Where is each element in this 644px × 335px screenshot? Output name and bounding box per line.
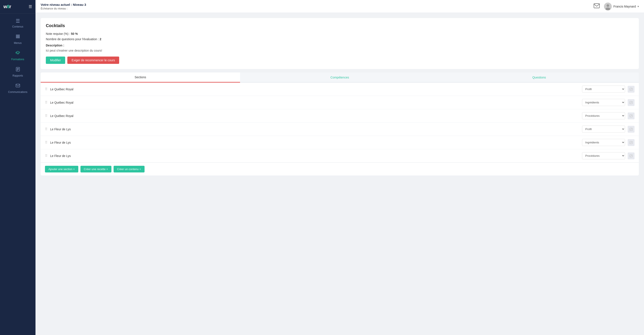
drag-icon: ⠿ xyxy=(45,140,48,144)
svg-point-10 xyxy=(606,4,609,7)
header-deadline: Échéance du niveau : xyxy=(41,7,86,10)
header-right: Francis Maynard ▾ xyxy=(594,2,639,10)
section-type-select[interactable]: ProfilIngrédientsProcédures xyxy=(582,152,625,159)
table-row: ⠿ Le Québec Royal ProfilIngrédientsProcé… xyxy=(41,82,639,96)
table-row: ⠿ Le Fleur de Lys ProfilIngrédientsProcé… xyxy=(41,149,639,162)
create-recipe-button[interactable]: Créer une recette + xyxy=(80,166,112,172)
header: Votre niveau actuel : Niveau 3 Échéance … xyxy=(36,0,644,13)
note-value: 50 % xyxy=(71,32,78,36)
svg-rect-6 xyxy=(17,70,18,70)
section-edit-button[interactable] xyxy=(628,152,634,159)
section-edit-button[interactable] xyxy=(628,99,634,106)
section-name: Le Québec Royal xyxy=(50,88,580,91)
section-edit-button[interactable] xyxy=(628,112,634,119)
logo-text: w8r xyxy=(4,4,11,10)
sidebar-nav: ☰ Contenus Menus Formations xyxy=(0,15,36,96)
svg-rect-1 xyxy=(16,36,20,37)
recommencer-button[interactable]: Exiger de recommencer le cours xyxy=(67,56,120,64)
sidebar-item-label: Rapports xyxy=(12,74,23,77)
sections-list: ⠿ Le Québec Royal ProfilIngrédientsProcé… xyxy=(41,82,639,162)
section-edit-button[interactable] xyxy=(628,139,634,146)
questions-value: 2 xyxy=(100,38,101,41)
svg-rect-4 xyxy=(17,68,19,68)
drag-icon: ⠿ xyxy=(45,154,48,158)
section-edit-button[interactable] xyxy=(628,86,634,93)
table-row: ⠿ Le Québec Royal ProfilIngrédientsProcé… xyxy=(41,96,639,109)
sidebar-logo-area: w8r ☰ xyxy=(0,0,36,14)
drag-icon: ⠿ xyxy=(45,127,48,131)
main-area: Votre niveau actuel : Niveau 3 Échéance … xyxy=(36,0,644,335)
section-name: Le Fleur de Lys xyxy=(50,128,580,131)
section-type-select[interactable]: ProfilIngrédientsProcédures xyxy=(582,112,625,119)
content-area: Cocktails Note requise (%) : 50 % Nombre… xyxy=(36,13,644,335)
description-label: Description : xyxy=(46,44,634,47)
sidebar: w8r ☰ ☰ Contenus Menus xyxy=(0,0,36,335)
section-name: Le Fleur de Lys xyxy=(50,154,580,158)
sidebar-item-contenus[interactable]: ☰ Contenus xyxy=(0,15,36,31)
svg-rect-2 xyxy=(16,38,20,38)
course-info: Note requise (%) : 50 % Nombre de questi… xyxy=(46,31,634,42)
note-label: Note requise (%) : xyxy=(46,32,70,36)
sidebar-item-communications[interactable]: Communications xyxy=(0,80,36,96)
tabs-card: Sections Compétences Questions ⠿ Le Québ… xyxy=(41,72,639,176)
user-info[interactable]: Francis Maynard ▾ xyxy=(604,2,639,10)
tab-competences[interactable]: Compétences xyxy=(240,72,440,82)
hamburger-icon[interactable]: ☰ xyxy=(28,4,32,9)
svg-rect-8 xyxy=(594,4,600,8)
sidebar-item-label: Communications xyxy=(8,90,27,94)
user-name: Francis Maynard xyxy=(614,5,636,8)
section-name: Le Québec Royal xyxy=(50,114,580,118)
header-level: Votre niveau actuel : Niveau 3 xyxy=(41,3,86,6)
sidebar-item-label: Menus xyxy=(14,42,22,44)
svg-rect-5 xyxy=(17,69,19,70)
sidebar-item-menus[interactable]: Menus xyxy=(0,31,36,48)
sidebar-item-rapports[interactable]: Rapports xyxy=(0,64,36,80)
avatar xyxy=(604,2,612,10)
questions-label: Nombre de questions pour l'évaluation : xyxy=(46,38,99,41)
table-row: ⠿ Le Fleur de Lys ProfilIngrédientsProcé… xyxy=(41,122,639,136)
section-type-select[interactable]: ProfilIngrédientsProcédures xyxy=(582,86,625,93)
contenus-icon: ☰ xyxy=(16,18,20,24)
section-name: Le Québec Royal xyxy=(50,101,580,104)
btn-row: Modifier Exiger de recommencer le cours xyxy=(46,56,634,64)
svg-rect-0 xyxy=(16,35,20,36)
modifier-button[interactable]: Modifier xyxy=(46,56,65,64)
communications-icon xyxy=(16,83,20,89)
action-bar: Ajouter une section + Créer une recette … xyxy=(41,162,639,176)
add-section-button[interactable]: Ajouter une section + xyxy=(45,166,78,172)
svg-rect-7 xyxy=(16,84,20,87)
table-row: ⠿ Le Québec Royal ProfilIngrédientsProcé… xyxy=(41,109,639,122)
rapports-icon xyxy=(16,67,20,73)
section-type-select[interactable]: ProfilIngrédientsProcédures xyxy=(582,126,625,133)
section-name: Le Fleur de Lys xyxy=(50,141,580,144)
sidebar-item-label: Formations xyxy=(11,58,24,61)
sidebar-item-label: Contenus xyxy=(12,25,23,28)
description-text: Ici peut s'insérer une description du co… xyxy=(46,49,634,52)
sidebar-item-formations[interactable]: Formations xyxy=(0,48,36,64)
section-type-select[interactable]: ProfilIngrédientsProcédures xyxy=(582,139,625,146)
section-type-select[interactable]: ProfilIngrédientsProcédures xyxy=(582,99,625,106)
drag-icon: ⠿ xyxy=(45,87,48,91)
chevron-down-icon: ▾ xyxy=(638,5,639,8)
mail-icon[interactable] xyxy=(594,4,600,10)
section-edit-button[interactable] xyxy=(628,126,634,133)
menus-icon xyxy=(16,34,20,40)
drag-icon: ⠿ xyxy=(45,114,48,118)
tab-questions[interactable]: Questions xyxy=(440,72,639,82)
course-card: Cocktails Note requise (%) : 50 % Nombre… xyxy=(41,18,639,69)
table-row: ⠿ Le Fleur de Lys ProfilIngrédientsProcé… xyxy=(41,136,639,149)
tabs-header: Sections Compétences Questions xyxy=(41,72,639,82)
course-title: Cocktails xyxy=(46,23,634,28)
header-left: Votre niveau actuel : Niveau 3 Échéance … xyxy=(41,3,86,10)
tab-sections[interactable]: Sections xyxy=(41,72,240,82)
formations-icon xyxy=(16,50,20,56)
drag-icon: ⠿ xyxy=(45,100,48,104)
create-content-button[interactable]: Créer un contenu + xyxy=(114,166,144,172)
